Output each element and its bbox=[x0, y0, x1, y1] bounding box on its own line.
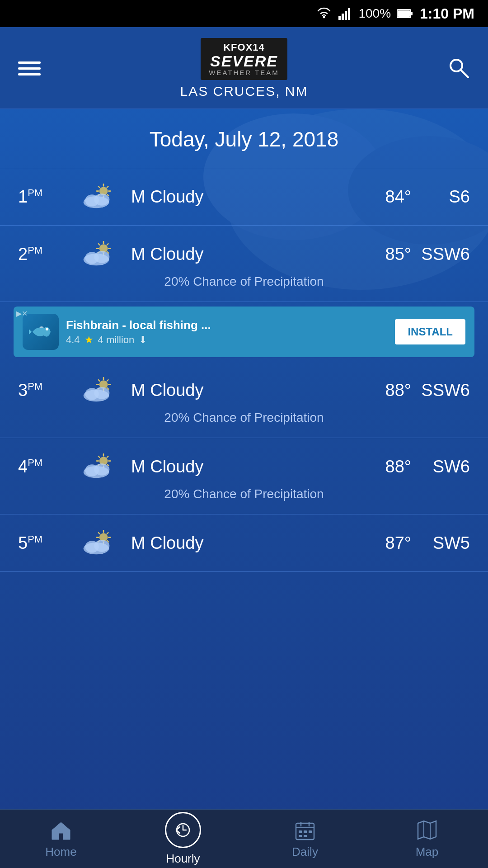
hourly-icon bbox=[174, 821, 192, 840]
temperature-label: 88° bbox=[357, 457, 411, 476]
hour-label: 5PM bbox=[18, 533, 72, 553]
weather-icon bbox=[81, 374, 122, 406]
svg-line-55 bbox=[99, 456, 100, 458]
svg-rect-85 bbox=[304, 835, 307, 837]
svg-line-68 bbox=[108, 541, 109, 542]
svg-line-18 bbox=[99, 186, 100, 188]
nav-hourly[interactable]: Hourly bbox=[122, 810, 244, 868]
svg-point-73 bbox=[94, 540, 109, 552]
hour-label: 4PM bbox=[18, 457, 72, 476]
svg-rect-3 bbox=[345, 11, 347, 20]
logo-kfox: KFOX14 bbox=[209, 42, 279, 53]
svg-line-67 bbox=[99, 533, 100, 534]
svg-point-49 bbox=[94, 387, 109, 399]
search-button[interactable] bbox=[447, 57, 470, 81]
hourly-list: 1PM M Cloudy bbox=[0, 168, 488, 572]
svg-line-45 bbox=[107, 380, 108, 381]
svg-line-56 bbox=[108, 464, 109, 466]
wind-label: SW5 bbox=[411, 533, 470, 553]
menu-button[interactable] bbox=[18, 61, 41, 75]
logo-weather: WEATHER TEAM bbox=[209, 69, 279, 76]
ad-title: Fishbrain - local fishing ... bbox=[66, 318, 388, 332]
svg-line-31 bbox=[108, 252, 109, 253]
weather-icon bbox=[81, 238, 122, 270]
precipitation-text: 20% Chance of Precipitation bbox=[18, 274, 470, 289]
hour-label: 1PM bbox=[18, 187, 72, 207]
nav-home[interactable]: Home bbox=[0, 810, 122, 868]
ad-icon bbox=[23, 314, 59, 350]
hourly-row: 4PM M Cloudy bbox=[0, 438, 488, 514]
bottom-navigation: Home Hourly Daily bbox=[0, 809, 488, 868]
nav-daily[interactable]: Daily bbox=[244, 810, 366, 868]
condition-label: M Cloudy bbox=[131, 187, 357, 207]
nav-home-label: Home bbox=[45, 845, 76, 859]
ad-installs: 4 million bbox=[98, 334, 135, 346]
fishbrain-icon bbox=[28, 319, 53, 344]
ad-banner: ▶✕ Fishbrain - local fishing ... 4.4 ★ 4… bbox=[14, 307, 474, 357]
svg-line-32 bbox=[107, 244, 108, 245]
temperature-label: 84° bbox=[357, 187, 411, 207]
ad-text: Fishbrain - local fishing ... 4.4 ★ 4 mi… bbox=[66, 318, 388, 346]
svg-point-61 bbox=[94, 463, 109, 475]
status-icons: 100% 1:10 PM bbox=[316, 5, 474, 22]
app-header: KFOX14 SEVERE WEATHER TEAM LAS CRUCES, N… bbox=[0, 27, 488, 109]
logo-severe: SEVERE bbox=[209, 53, 279, 69]
nav-daily-label: Daily bbox=[292, 845, 318, 859]
battery-icon bbox=[397, 9, 413, 19]
hourly-circle bbox=[165, 812, 201, 848]
svg-line-69 bbox=[107, 533, 108, 534]
date-header: Today, July 12, 2018 bbox=[0, 109, 488, 168]
svg-rect-83 bbox=[309, 830, 312, 833]
precipitation-text: 20% Chance of Precipitation bbox=[18, 487, 470, 501]
location-label: LAS CRUCES, NM bbox=[180, 84, 308, 99]
daily-icon bbox=[294, 819, 316, 841]
nav-map-label: Map bbox=[416, 845, 439, 859]
hour-label: 3PM bbox=[18, 381, 72, 400]
weather-icon bbox=[81, 527, 122, 559]
svg-point-0 bbox=[323, 16, 325, 19]
condition-label: M Cloudy bbox=[131, 533, 357, 553]
weather-content: Today, July 12, 2018 1PM bbox=[0, 109, 488, 850]
hourly-row: 3PM M Cloudy bbox=[0, 362, 488, 438]
hour-label: 2PM bbox=[18, 245, 72, 264]
install-button[interactable]: INSTALL bbox=[395, 319, 465, 344]
svg-rect-2 bbox=[342, 14, 344, 20]
wind-label: S6 bbox=[411, 187, 470, 207]
ad-star: ★ bbox=[84, 334, 94, 346]
home-icon bbox=[50, 819, 72, 841]
svg-rect-7 bbox=[398, 10, 410, 17]
wifi-icon bbox=[316, 7, 332, 20]
hourly-row: 1PM M Cloudy bbox=[0, 168, 488, 226]
svg-rect-1 bbox=[338, 16, 341, 20]
svg-line-20 bbox=[107, 186, 108, 188]
svg-line-19 bbox=[108, 194, 109, 196]
condition-label: M Cloudy bbox=[131, 245, 357, 264]
condition-label: M Cloudy bbox=[131, 381, 357, 400]
wind-label: SSW6 bbox=[411, 381, 470, 400]
svg-rect-6 bbox=[411, 12, 413, 15]
status-time: 1:10 PM bbox=[420, 5, 474, 22]
wind-label: SW6 bbox=[411, 457, 470, 476]
svg-rect-4 bbox=[348, 8, 350, 20]
nav-hourly-label: Hourly bbox=[166, 852, 200, 866]
temperature-label: 87° bbox=[357, 533, 411, 553]
battery-text: 100% bbox=[358, 6, 391, 21]
temperature-label: 85° bbox=[357, 245, 411, 264]
hourly-row: 5PM M Cloudy bbox=[0, 514, 488, 572]
search-icon bbox=[447, 57, 470, 79]
svg-rect-81 bbox=[299, 830, 302, 833]
svg-line-57 bbox=[107, 456, 108, 458]
svg-line-43 bbox=[99, 380, 100, 381]
logo-box: KFOX14 SEVERE WEATHER TEAM bbox=[201, 38, 287, 80]
svg-point-24 bbox=[94, 193, 109, 205]
svg-line-9 bbox=[461, 70, 468, 77]
hourly-row: 2PM M Cloudy bbox=[0, 226, 488, 302]
ad-rating: 4.4 bbox=[66, 334, 80, 346]
svg-line-44 bbox=[108, 388, 109, 389]
svg-point-37 bbox=[46, 328, 48, 330]
weather-icon bbox=[81, 451, 122, 482]
svg-marker-86 bbox=[418, 821, 436, 839]
weather-icon bbox=[81, 181, 122, 212]
temperature-label: 88° bbox=[357, 381, 411, 400]
nav-map[interactable]: Map bbox=[366, 810, 488, 868]
